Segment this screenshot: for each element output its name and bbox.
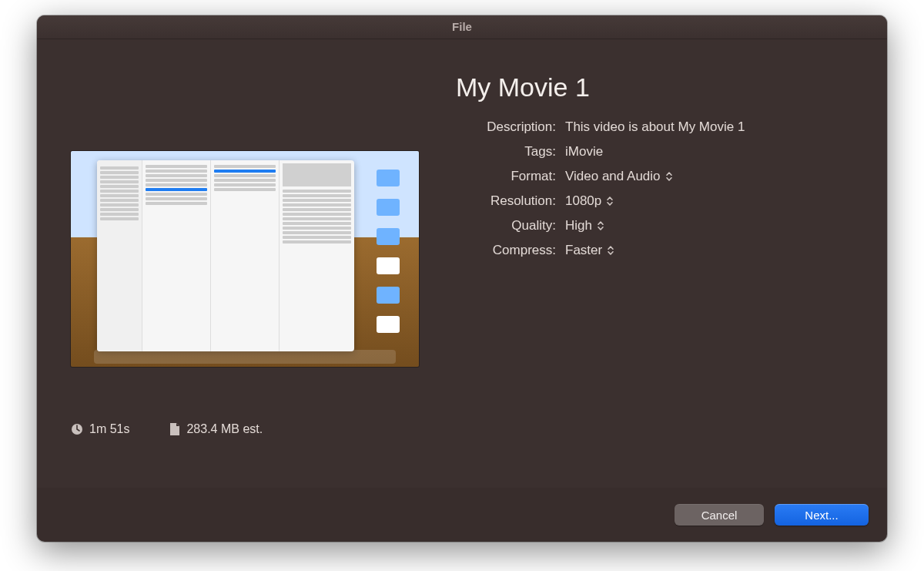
- compress-dropdown[interactable]: Faster: [565, 243, 853, 258]
- filesize-value: 283.4 MB est.: [186, 422, 263, 436]
- clock-icon: [71, 423, 83, 435]
- row-description: Description: This video is about My Movi…: [456, 119, 853, 135]
- label-description: Description:: [456, 119, 556, 135]
- label-compress: Compress:: [456, 243, 556, 258]
- left-column: 1m 51s 283.4 MB est.: [71, 72, 419, 488]
- quality-value: High: [565, 218, 592, 233]
- file-icon: [169, 423, 180, 435]
- resolution-dropdown[interactable]: 1080p: [565, 193, 853, 209]
- right-column: My Movie 1 Description: This video is ab…: [456, 72, 853, 488]
- label-tags: Tags:: [456, 144, 556, 160]
- window-title: File: [452, 20, 472, 33]
- movie-title: My Movie 1: [456, 72, 853, 102]
- next-button[interactable]: Next...: [775, 504, 869, 526]
- row-format: Format: Video and Audio: [456, 169, 853, 184]
- duration-stat: 1m 51s: [71, 422, 129, 436]
- tags-field[interactable]: iMovie: [565, 144, 853, 160]
- movie-thumbnail: [71, 151, 419, 367]
- quality-dropdown[interactable]: High: [565, 218, 853, 233]
- description-field[interactable]: This video is about My Movie 1: [565, 119, 853, 135]
- row-resolution: Resolution: 1080p: [456, 193, 853, 209]
- label-quality: Quality:: [456, 218, 556, 233]
- label-resolution: Resolution:: [456, 193, 556, 209]
- row-tags: Tags: iMovie: [456, 144, 853, 160]
- cancel-button[interactable]: Cancel: [675, 504, 764, 526]
- stats-row: 1m 51s 283.4 MB est.: [71, 422, 419, 436]
- chevron-up-down-icon: [597, 220, 604, 231]
- export-dialog: File: [37, 15, 887, 542]
- chevron-up-down-icon: [606, 196, 614, 207]
- chevron-up-down-icon: [607, 245, 614, 256]
- row-quality: Quality: High: [456, 218, 853, 233]
- compress-value: Faster: [565, 243, 602, 258]
- label-format: Format:: [456, 169, 556, 184]
- titlebar: File: [37, 15, 887, 39]
- duration-value: 1m 51s: [89, 422, 129, 436]
- chevron-up-down-icon: [665, 171, 673, 182]
- filesize-stat: 283.4 MB est.: [169, 422, 263, 436]
- format-dropdown[interactable]: Video and Audio: [565, 169, 853, 184]
- dialog-body: 1m 51s 283.4 MB est. My Movie 1 Descript…: [37, 39, 887, 488]
- dialog-footer: Cancel Next...: [37, 488, 887, 542]
- format-value: Video and Audio: [565, 169, 661, 184]
- row-compress: Compress: Faster: [456, 243, 853, 258]
- resolution-value: 1080p: [565, 193, 601, 209]
